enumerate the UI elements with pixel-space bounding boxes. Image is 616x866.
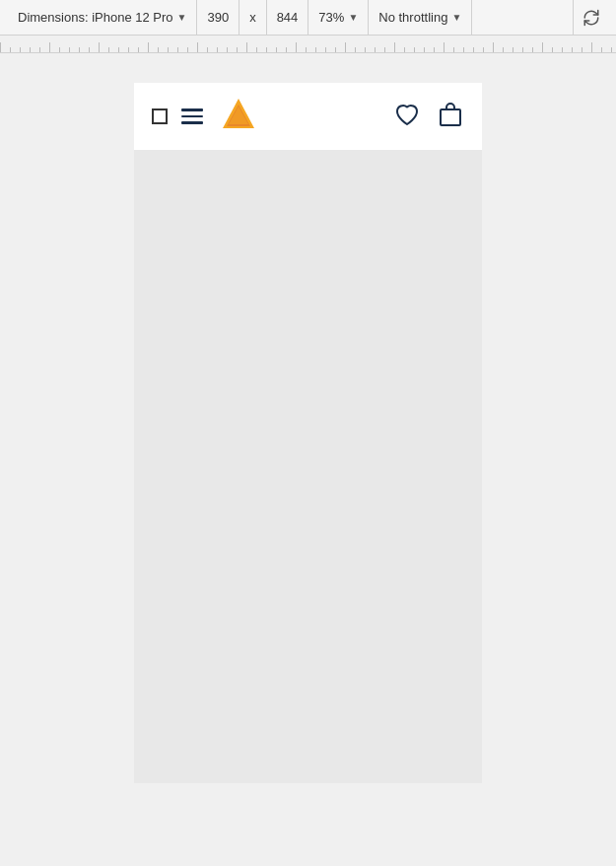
width-value: 390 [207, 10, 229, 25]
navbar-right [393, 101, 464, 132]
devtools-toolbar: Dimensions: iPhone 12 Pro ▼ 390 x 844 73… [0, 0, 616, 36]
throttling-selector[interactable]: No throttling ▼ [369, 0, 472, 35]
zoom-value: 73% [318, 10, 344, 25]
hamburger-menu-button[interactable] [179, 107, 205, 126]
hamburger-line-2 [181, 115, 203, 118]
navbar-left [152, 97, 256, 136]
throttling-value: No throttling [378, 10, 447, 25]
heart-icon [393, 101, 421, 128]
hamburger-line-1 [181, 108, 203, 111]
logo-button[interactable] [221, 97, 256, 136]
zoom-caret: ▼ [348, 12, 358, 23]
ruler-ticks [0, 36, 616, 52]
zoom-selector[interactable]: 73% ▼ [308, 0, 369, 35]
width-field[interactable]: 390 [197, 0, 240, 35]
separator-display: x [240, 0, 267, 35]
wishlist-button[interactable] [393, 101, 421, 132]
rotate-icon [582, 9, 600, 27]
height-field[interactable]: 844 [267, 0, 309, 35]
svg-rect-4 [441, 109, 460, 125]
dimensions-label: Dimensions: iPhone 12 Pro [18, 10, 173, 25]
ruler [0, 36, 616, 53]
rotate-button[interactable] [573, 0, 608, 35]
nav-checkbox[interactable] [152, 108, 168, 124]
dimensions-selector[interactable]: Dimensions: iPhone 12 Pro ▼ [8, 0, 197, 35]
app-navbar [134, 83, 482, 150]
logo-icon [221, 97, 256, 132]
throttling-caret: ▼ [451, 12, 461, 23]
phone-screen [134, 83, 482, 783]
height-value: 844 [277, 10, 299, 25]
hamburger-line-3 [181, 121, 203, 124]
app-content [134, 150, 482, 783]
bag-icon [437, 101, 464, 128]
cart-button[interactable] [437, 101, 464, 132]
browser-content [0, 53, 616, 866]
dimension-separator: x [249, 10, 256, 25]
dimensions-caret: ▼ [177, 12, 187, 23]
